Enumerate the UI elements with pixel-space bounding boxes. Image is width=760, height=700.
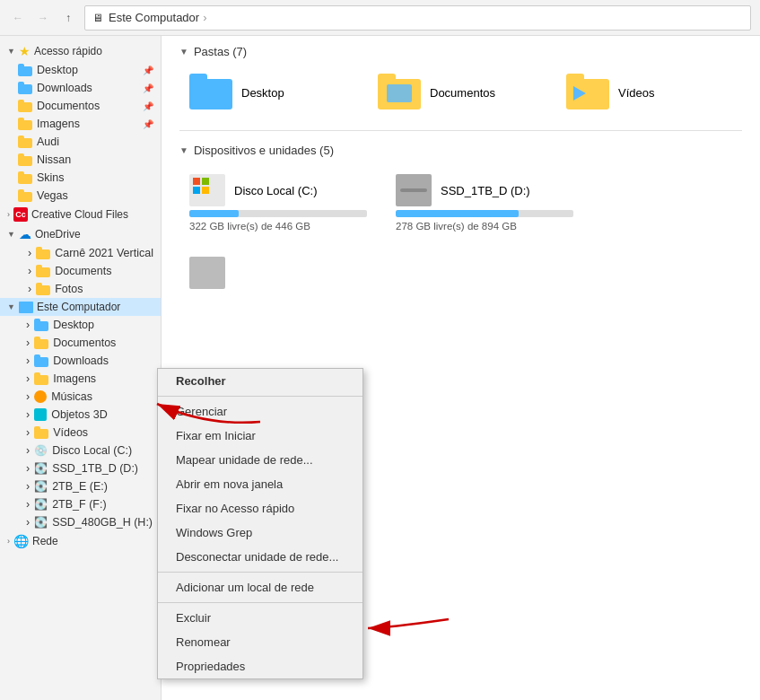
folder-icon-vegas [18,189,32,202]
sidebar-item-documents-od-label: Documents [55,265,111,277]
sidebar-item-audi[interactable]: Audi [0,133,161,151]
ctx-item-excluir[interactable]: Excluir [158,606,363,630]
disk-h-icon: 💽 [34,516,48,529]
network-header[interactable]: › 🌐 Rede [0,531,161,551]
drive-d-icon [396,174,432,206]
folder-large-videos-icon [566,74,609,111]
this-computer-label: Este Computador [37,301,120,313]
sidebar-item-imagens[interactable]: Imagens 📌 [0,115,161,133]
ctx-item-adicionar[interactable]: Adicionar um local de rede [158,575,363,599]
ctx-item-abrir-janela[interactable]: Abrir em nova janela [158,472,363,496]
sidebar-item-ec-videos[interactable]: › Vídeos [0,424,161,442]
sidebar-item-imagens-label: Imagens [37,118,80,130]
ec-obj-chevron: › [26,408,30,421]
folder-card-desktop[interactable]: Desktop [179,67,359,118]
disk-e-icon: 💽 [34,480,48,493]
sidebar-item-ec-c[interactable]: › 💿 Disco Local (C:) [0,442,161,459]
sidebar-item-desktop[interactable]: Desktop 📌 [0,61,161,79]
ec-vid-chevron: › [26,426,30,439]
address-bar[interactable]: 🖥 Este Computador › [84,5,751,31]
pin-icon-doc: 📌 [143,101,153,111]
ctx-item-fixar-iniciar[interactable]: Fixar em Iniciar [158,424,363,448]
drive-c-progress-fill [189,210,239,217]
drive-card-d[interactable]: SSD_1TB_D (D:) 278 GB livre(s) de 894 GB [386,166,583,240]
sidebar-item-ec-f[interactable]: › 💽 2TB_F (F:) [0,495,161,513]
drive-d-name: SSD_1TB_D (D:) [441,184,530,197]
ctx-item-gerenciar[interactable]: Gerenciar [158,399,363,424]
ec-dl-chevron: › [26,354,30,367]
ctx-divider-3 [158,602,363,603]
folder-card-videos[interactable]: Vídeos [556,67,736,118]
ec-chevron: ▼ [7,302,15,311]
sidebar-item-ec-downloads[interactable]: › Downloads [0,352,161,370]
drive-card-usb[interactable] [179,249,377,297]
sidebar-item-downloads[interactable]: Downloads 📌 [0,79,161,97]
back-button[interactable]: ← [9,9,27,27]
sidebar-item-ec-desktop-label: Desktop [53,319,94,331]
folders-section-header[interactable]: ▼ Pastas (7) [179,45,742,58]
creative-cloud-icon: Cc [13,207,28,222]
sidebar-item-ec-c-label: Disco Local (C:) [52,444,132,457]
pin-icon-img: 📌 [143,119,153,129]
ctx-item-desconectar[interactable]: Desconectar unidade de rede... [158,545,363,569]
folder-card-videos-name: Vídeos [618,86,654,100]
folder-icon-doc [18,100,32,112]
sidebar-item-skins-label: Skins [37,171,65,184]
sidebar-item-ec-h-label: SSD_480GB_H (H:) [52,516,153,529]
quick-access-header[interactable]: ▼ ★ Acesso rápido [0,41,161,61]
folder-icon-documents-od [36,265,50,277]
drive-card-c[interactable]: Disco Local (C:) 322 GB livre(s) de 446 … [179,166,377,240]
sidebar-item-skins[interactable]: Skins [0,169,161,187]
sidebar-item-downloads-label: Downloads [37,82,92,94]
sidebar-item-ec-e[interactable]: › 💽 2TB_E (E:) [0,477,161,495]
folder-icon-fotos [36,283,50,295]
sidebar-item-ec-objetos[interactable]: › Objetos 3D [0,406,161,424]
ctx-item-fixar-acesso[interactable]: Fixar no Acesso rápido [158,496,363,521]
drive-c-icon [189,174,225,206]
computer-address-icon: 🖥 [92,12,103,24]
drive-d-info: 278 GB livre(s) de 894 GB [396,221,573,232]
ctx-item-recolher[interactable]: Recolher [158,369,363,393]
forward-button[interactable]: → [34,9,52,27]
ctx-item-mapear[interactable]: Mapear unidade de rede... [158,448,363,472]
sidebar-item-ec-desktop[interactable]: › Desktop [0,316,161,334]
sidebar-item-vegas[interactable]: Vegas [0,187,161,205]
sidebar-item-carne[interactable]: › Carnê 2021 Vertical [0,244,161,262]
sidebar-item-documentos[interactable]: Documentos 📌 [0,97,161,115]
folders-section-label: Pastas (7) [194,45,247,58]
sidebar-item-ec-imagens[interactable]: › Imagens [0,370,161,388]
computer-icon [19,302,33,313]
cc-chevron: › [7,210,10,219]
ec-f-chevron: › [26,498,30,511]
drives-section-label: Dispositivos e unidades (5) [194,144,334,157]
folder-dl-icon [18,82,32,94]
sidebar-item-ec-h[interactable]: › 💽 SSD_480GB_H (H:) [0,513,161,531]
creative-cloud-header[interactable]: › Cc Creative Cloud Files [0,205,161,224]
sidebar: ▼ ★ Acesso rápido Desktop 📌 Downloads 📌 … [0,36,162,700]
ec-c-chevron: › [26,444,30,457]
ctx-item-windows-grep[interactable]: Windows Grep [158,521,363,545]
sidebar-item-ec-musicas[interactable]: › Músicas [0,388,161,406]
drives-section-header[interactable]: ▼ Dispositivos e unidades (5) [179,144,742,157]
sidebar-item-fotos-label: Fotos [55,283,83,295]
folder-card-documentos[interactable]: Documentos [368,67,547,118]
ctx-item-propriedades[interactable]: Propriedades [158,654,363,678]
sidebar-item-ec-d[interactable]: › 💽 SSD_1TB_D (D:) [0,459,161,477]
up-button[interactable]: ↑ [59,9,77,27]
sidebar-item-documents-od[interactable]: › Documents [0,262,161,280]
ctx-divider-1 [158,396,363,397]
folder-dl-icon-ec [34,354,48,367]
folder-icon-ec-img [34,372,48,385]
sidebar-item-nissan[interactable]: Nissan [0,151,161,169]
sidebar-item-documentos-label: Documentos [37,100,100,112]
sidebar-item-fotos[interactable]: › Fotos [0,280,161,298]
sidebar-item-ec-documentos[interactable]: › Documentos [0,334,161,352]
drive-d-header: SSD_1TB_D (D:) [396,174,573,206]
onedrive-header[interactable]: ▼ ☁ OneDrive [0,224,161,244]
folder-icon-nissan [18,153,32,166]
music-icon [34,390,47,403]
this-computer-header[interactable]: ▼ Este Computador [0,298,161,316]
quick-access-label: Acesso rápido [34,45,102,57]
ctx-item-renomear[interactable]: Renomear [158,630,363,654]
sidebar-item-nissan-label: Nissan [37,153,71,166]
